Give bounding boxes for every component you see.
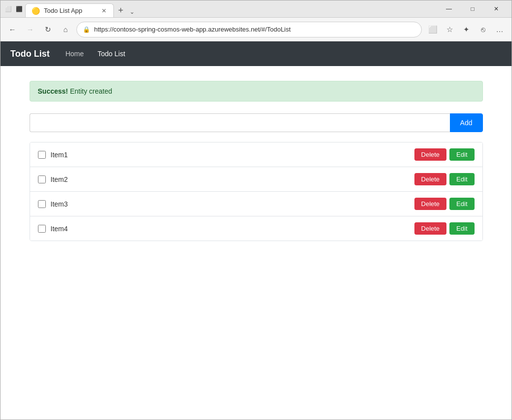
address-actions: ⬜ ☆ ✦ ⎋ …	[426, 23, 507, 36]
alert-strong: Success!	[38, 87, 68, 95]
main-container: Success! Entity created Add Item1 Delete…	[20, 66, 493, 256]
todo-label-item4: Item4	[51, 225, 414, 233]
add-todo-input[interactable]	[30, 113, 450, 132]
todo-label-item2: Item2	[51, 175, 414, 183]
close-button[interactable]: ✕	[485, 1, 508, 17]
delete-button-item1[interactable]: Delete	[414, 148, 447, 161]
favorites-icon[interactable]: ☆	[443, 23, 456, 36]
browser-window: ⬜ ⬛ 🟡 Todo List App ✕ + ⌄ — □ ✕ ← → ↻ ⌂ …	[0, 0, 512, 420]
alert-message: Entity created	[70, 87, 112, 95]
nav-link-todolist[interactable]: Todo List	[92, 46, 131, 62]
todo-list: Item1 Delete Edit Item2 Delete Edit	[30, 142, 483, 241]
tab-title: Todo List App	[44, 7, 97, 14]
lock-icon: 🔒	[83, 26, 90, 33]
todo-actions-item2: Delete Edit	[414, 173, 475, 185]
delete-button-item3[interactable]: Delete	[414, 198, 447, 210]
todo-actions-item3: Delete Edit	[414, 198, 475, 210]
todo-label-item3: Item3	[51, 200, 414, 208]
address-bar: ← → ↻ ⌂ 🔒 ⬜ ☆ ✦ ⎋ …	[0, 18, 512, 41]
todo-actions-item4: Delete Edit	[414, 222, 475, 235]
edit-button-item4[interactable]: Edit	[449, 222, 474, 235]
navbar-brand[interactable]: Todo List	[10, 49, 50, 59]
tab-close-button[interactable]: ✕	[101, 6, 107, 15]
app-navbar: Todo List Home Todo List	[0, 41, 512, 66]
todo-checkbox-item3[interactable]	[38, 200, 46, 208]
maximize-button[interactable]: □	[461, 1, 484, 17]
delete-button-item2[interactable]: Delete	[414, 173, 447, 185]
edit-button-item2[interactable]: Edit	[449, 173, 474, 185]
todo-item: Item1 Delete Edit	[30, 142, 482, 167]
refresh-button[interactable]: ↻	[41, 23, 55, 36]
split-screen-icon[interactable]: ⬜	[426, 23, 440, 36]
title-bar-left: ⬜ ⬛	[4, 5, 23, 13]
todo-actions-item1: Delete Edit	[414, 148, 475, 161]
back-button[interactable]: ←	[5, 23, 19, 36]
add-form: Add	[30, 113, 483, 132]
window-controls: — □ ✕	[438, 1, 508, 17]
todo-item: Item2 Delete Edit	[30, 167, 482, 192]
settings-icon[interactable]: …	[493, 23, 507, 36]
todo-checkbox-item1[interactable]	[38, 151, 46, 159]
success-alert: Success! Entity created	[30, 81, 483, 102]
new-tab-button[interactable]: +	[114, 3, 128, 17]
delete-button-item4[interactable]: Delete	[414, 222, 447, 235]
tab-favicon: 🟡	[32, 7, 40, 15]
share-icon[interactable]: ⎋	[476, 23, 490, 36]
add-button[interactable]: Add	[450, 113, 483, 132]
title-bar: ⬜ ⬛ 🟡 Todo List App ✕ + ⌄ — □ ✕	[0, 0, 512, 18]
todo-item: Item3 Delete Edit	[30, 192, 482, 216]
address-input-wrap: 🔒	[76, 22, 422, 37]
page-content: Todo List Home Todo List Success! Entity…	[0, 41, 512, 420]
edit-button-item3[interactable]: Edit	[449, 198, 474, 210]
edit-button-item1[interactable]: Edit	[449, 148, 474, 161]
minimize-button[interactable]: —	[438, 1, 460, 17]
tab-list-button[interactable]: ⌄	[128, 6, 137, 17]
browser-menu-icon: ⬛	[15, 5, 23, 13]
navbar-nav: Home Todo List	[60, 46, 131, 62]
address-input[interactable]	[94, 26, 415, 33]
home-button[interactable]: ⌂	[59, 23, 72, 36]
nav-link-home[interactable]: Home	[60, 46, 90, 62]
browser-tabs-icon: ⬜	[4, 5, 12, 13]
todo-item: Item4 Delete Edit	[30, 216, 482, 241]
forward-button[interactable]: →	[23, 23, 37, 36]
todo-label-item1: Item1	[51, 151, 414, 159]
tab-bar: 🟡 Todo List App ✕ + ⌄	[25, 0, 436, 17]
collections-icon[interactable]: ✦	[459, 23, 473, 36]
todo-checkbox-item4[interactable]	[38, 225, 46, 233]
todo-checkbox-item2[interactable]	[38, 175, 46, 183]
active-tab[interactable]: 🟡 Todo List App ✕	[25, 3, 114, 17]
